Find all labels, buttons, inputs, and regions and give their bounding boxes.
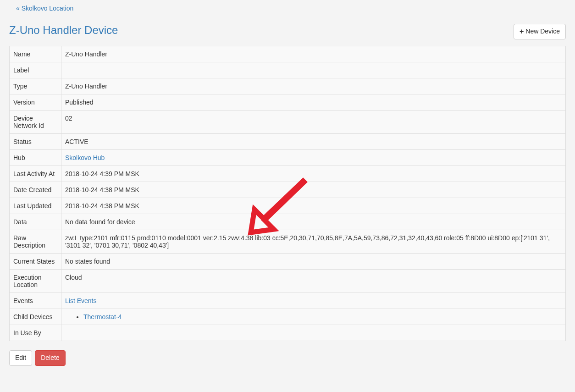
new-device-button[interactable]: + New Device (514, 24, 566, 39)
table-row: VersionPublished (10, 94, 566, 110)
row-label: Date Created (10, 182, 61, 198)
row-label: Label (10, 62, 61, 78)
table-row: EventsList Events (10, 293, 566, 309)
row-value: Z-Uno Handler (61, 78, 566, 94)
row-label: Raw Description (10, 230, 61, 253)
row-label: Hub (10, 149, 61, 166)
table-row: HubSkolkovo Hub (10, 149, 566, 166)
row-value: Z-Uno Handler (61, 46, 566, 62)
row-label: Name (10, 46, 61, 62)
row-value: List Events (61, 293, 566, 309)
action-buttons: Edit Delete (9, 350, 566, 366)
new-device-label: New Device (525, 27, 560, 36)
row-label: Type (10, 78, 61, 94)
row-value (61, 325, 566, 341)
row-value: 2018-10-24 4:38 PM MSK (61, 198, 566, 214)
row-label: Status (10, 133, 61, 149)
edit-button[interactable]: Edit (9, 350, 32, 366)
child-device-link[interactable]: Thermostat-4 (83, 313, 122, 320)
table-row: DataNo data found for device (10, 214, 566, 230)
table-row: Date Created2018-10-24 4:38 PM MSK (10, 182, 566, 198)
row-value: 2018-10-24 4:39 PM MSK (61, 166, 566, 182)
breadcrumb: « Skolkovo Location (9, 0, 566, 16)
row-value: Published (61, 94, 566, 110)
row-value: ACTIVE (61, 133, 566, 149)
table-row: Execution LocationCloud (10, 269, 566, 293)
table-row: Last Activity At2018-10-24 4:39 PM MSK (10, 166, 566, 182)
breadcrumb-back-link[interactable]: « Skolkovo Location (16, 5, 73, 12)
table-row: Last Updated2018-10-24 4:38 PM MSK (10, 198, 566, 214)
row-label: Device Network Id (10, 110, 61, 133)
child-devices-list: Thermostat-4 (83, 313, 562, 320)
row-value: Skolkovo Hub (61, 149, 566, 166)
row-label: Data (10, 214, 61, 230)
device-details-table: NameZ-Uno HandlerLabelTypeZ-Uno HandlerV… (9, 46, 566, 341)
page-header: Z-Uno Handler Device + New Device (9, 24, 566, 39)
row-label: Events (10, 293, 61, 309)
row-value: Thermostat-4 (61, 309, 566, 325)
row-label: Version (10, 94, 61, 110)
row-label: Last Activity At (10, 166, 61, 182)
row-value: 02 (61, 110, 566, 133)
row-value (61, 62, 566, 78)
plus-icon: + (520, 28, 524, 35)
row-value: 2018-10-24 4:38 PM MSK (61, 182, 566, 198)
table-row: Device Network Id02 (10, 110, 566, 133)
table-row: Child DevicesThermostat-4 (10, 309, 566, 325)
table-row: StatusACTIVE (10, 133, 566, 149)
page-title: Z-Uno Handler Device (9, 24, 118, 37)
table-row: Label (10, 62, 566, 78)
row-label: In Use By (10, 325, 61, 341)
row-label: Last Updated (10, 198, 61, 214)
table-row: NameZ-Uno Handler (10, 46, 566, 62)
table-row: Raw Descriptionzw:L type:2101 mfr:0115 p… (10, 230, 566, 253)
row-value: No data found for device (61, 214, 566, 230)
row-value: zw:L type:2101 mfr:0115 prod:0110 model:… (61, 230, 566, 253)
row-label: Execution Location (10, 269, 61, 293)
row-value-link[interactable]: List Events (65, 297, 96, 304)
table-row: TypeZ-Uno Handler (10, 78, 566, 94)
delete-button[interactable]: Delete (35, 350, 65, 366)
row-label: Child Devices (10, 309, 61, 325)
row-label: Current States (10, 253, 61, 269)
table-row: In Use By (10, 325, 566, 341)
table-row: Current StatesNo states found (10, 253, 566, 269)
row-value: No states found (61, 253, 566, 269)
row-value: Cloud (61, 269, 566, 293)
list-item: Thermostat-4 (83, 313, 562, 320)
row-value-link[interactable]: Skolkovo Hub (65, 154, 105, 161)
